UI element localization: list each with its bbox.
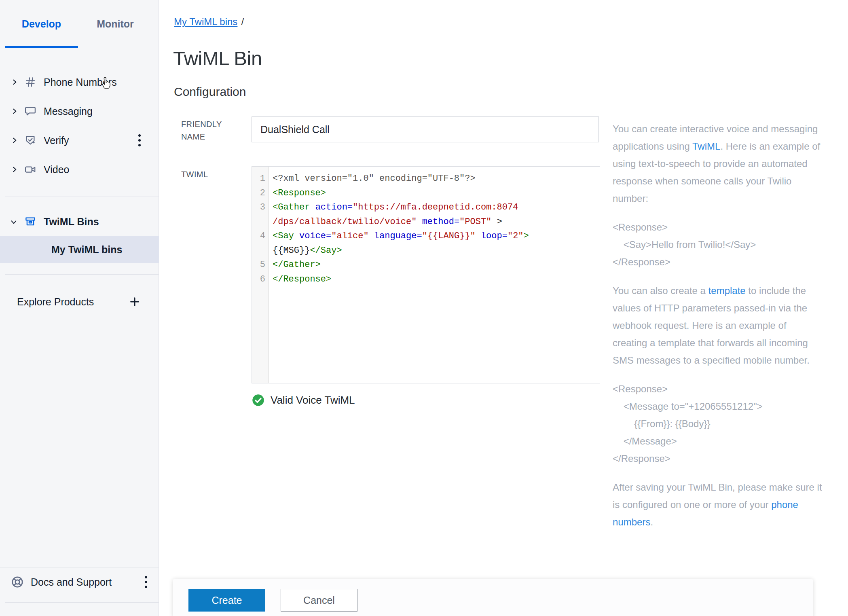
help-panel: You can create interactive voice and mes… [613, 120, 823, 542]
valid-check-icon [252, 394, 264, 406]
sidebar-item-label: Verify [44, 135, 69, 146]
sidebar: Develop Monitor Phone Numbers Messaging [0, 0, 159, 616]
sidebar-item-label: Docs and Support [31, 576, 112, 588]
sidebar-item-label: My TwiML bins [51, 244, 122, 256]
chat-bubble-icon [24, 105, 36, 117]
chevron-down-icon [11, 218, 17, 225]
plus-icon[interactable] [129, 296, 141, 308]
chevron-right-icon [11, 137, 18, 144]
friendly-name-label: FRIENDLY NAME [181, 118, 234, 143]
chevron-right-icon [11, 79, 18, 85]
sidebar-item-label: Explore Products [17, 296, 94, 308]
twiml-validation-status: Valid Voice TwiML [252, 394, 355, 406]
active-tab-underline [5, 46, 78, 48]
tab-develop[interactable]: Develop [5, 0, 78, 48]
chevron-right-icon [11, 108, 18, 114]
page-title: TwiML Bin [173, 47, 262, 70]
status-text: Valid Voice TwiML [271, 394, 355, 406]
tab-monitor[interactable]: Monitor [78, 0, 152, 48]
breadcrumb-separator: / [241, 16, 244, 27]
shield-check-icon [24, 134, 36, 146]
help-code-example-1: <Response> <Say>Hello from Twilio!</Say>… [613, 218, 823, 271]
friendly-name-input[interactable] [252, 116, 599, 142]
sidebar-item-my-twiml-bins[interactable]: My TwiML bins [0, 236, 159, 263]
sidebar-item-label: Phone Numbers [44, 76, 117, 88]
life-ring-icon [11, 575, 24, 589]
sidebar-item-docs-support[interactable]: Docs and Support [0, 567, 159, 597]
chevron-right-icon [11, 166, 18, 173]
sidebar-item-label: TwiML Bins [44, 216, 99, 228]
help-code-example-2: <Response> <Message to="+12065551212"> {… [613, 380, 823, 467]
breadcrumb-link-my-twiml-bins[interactable]: My TwiML bins [174, 16, 237, 27]
hash-icon [24, 76, 36, 88]
sidebar-tabs: Develop Monitor [0, 0, 159, 48]
sidebar-item-messaging[interactable]: Messaging [0, 97, 159, 126]
editor-line-numbers: 123 4 56 [252, 167, 269, 383]
sidebar-item-twiml-bins[interactable]: TwiML Bins [0, 207, 159, 236]
twiml-label: TWIML [181, 168, 208, 181]
archive-box-icon [24, 216, 36, 228]
help-paragraph-1: You can create interactive voice and mes… [613, 120, 823, 207]
section-heading: Configuration [174, 85, 246, 99]
sidebar-item-verify[interactable]: Verify [0, 126, 159, 155]
sidebar-item-video[interactable]: Video [0, 155, 159, 184]
help-link[interactable]: TwiML [692, 141, 720, 152]
video-camera-icon [24, 163, 36, 176]
code-lines: <?xml version="1.0" encoding="UTF-8"?><R… [269, 167, 600, 383]
twiml-bin-page: Develop Monitor Phone Numbers Messaging [0, 0, 848, 616]
cancel-button[interactable]: Cancel [281, 589, 357, 612]
create-button[interactable]: Create [188, 589, 265, 612]
sidebar-divider [5, 602, 159, 603]
help-link[interactable]: template [708, 285, 746, 296]
sidebar-divider [5, 197, 159, 197]
kebab-menu-icon[interactable] [142, 574, 150, 591]
sidebar-item-label: Video [44, 164, 70, 176]
help-paragraph-3: After saving your TwiML Bin, please make… [613, 478, 823, 531]
sidebar-item-phone-numbers[interactable]: Phone Numbers [0, 68, 159, 97]
footer-action-bar: Create Cancel [173, 579, 813, 616]
sidebar-divider [5, 274, 159, 275]
sidebar-item-explore-products[interactable]: Explore Products [0, 288, 159, 315]
breadcrumb: My TwiML bins/ [174, 16, 244, 28]
sidebar-item-label: Messaging [44, 106, 93, 117]
kebab-menu-icon[interactable] [136, 132, 143, 149]
twiml-code-editor[interactable]: 123 4 56 <?xml version="1.0" encoding="U… [252, 166, 600, 383]
help-paragraph-2: You can also create a template to includ… [613, 282, 823, 369]
